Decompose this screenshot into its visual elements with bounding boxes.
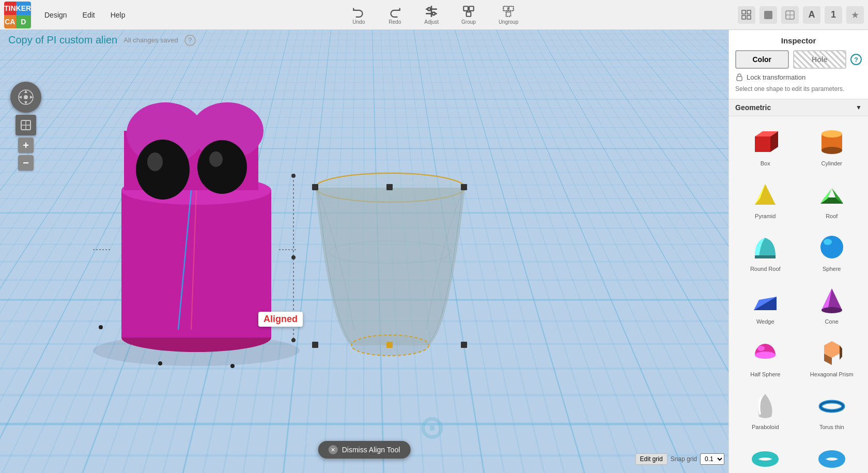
inspector-help-button[interactable]: ? (850, 54, 862, 65)
adjust-button[interactable]: Adjust (419, 3, 444, 27)
navigation-controls: + − (10, 82, 41, 171)
collapse-arrow-icon[interactable]: ▼ (856, 104, 862, 111)
svg-marker-63 (755, 136, 770, 152)
dismiss-label: Dismiss Align Tool (342, 446, 400, 454)
torus-fat-icon (815, 441, 848, 473)
snap-grid-select[interactable]: 0.1 0.5 1 (700, 453, 724, 465)
shape-paraboloid[interactable]: Paraboloid (733, 384, 798, 435)
svg-rect-6 (469, 6, 474, 11)
shape-pyramid[interactable]: Pyramid (733, 173, 798, 224)
hole-button[interactable]: Hole (793, 50, 847, 69)
ungroup-icon (502, 5, 515, 18)
zoom-in-button[interactable]: + (18, 138, 34, 153)
group-label: Group (461, 19, 476, 25)
right-panel: ‹ Inspector Color Hole ? Lock transforma… (729, 30, 868, 473)
shape-hexagonal-prism[interactable]: Hexagonal Prism (800, 331, 864, 382)
ungroup-label: Ungroup (499, 19, 518, 25)
zoom-out-button[interactable]: − (18, 155, 34, 171)
shape-label-wedge: Wedge (756, 318, 774, 325)
solid-view-icon[interactable] (760, 6, 777, 24)
lock-label: Lock transformation (747, 73, 805, 81)
geometric-label: Geometric (735, 103, 771, 112)
grid-view-icon[interactable] (738, 6, 755, 24)
svg-point-93 (829, 457, 834, 461)
inspector-type-buttons: Color Hole ? (735, 50, 862, 69)
snap-grid-label: Snap grid (671, 455, 697, 463)
edit-grid-button[interactable]: Edit grid (636, 453, 668, 465)
wireframe-view-icon[interactable] (781, 6, 799, 24)
inspector-hint: Select one shape to edit its parameters. (735, 85, 862, 93)
shape-cone[interactable]: Cone (800, 279, 864, 329)
menu-help[interactable]: Help (103, 8, 133, 22)
shape-label-hexagonal-prism: Hexagonal Prism (810, 371, 854, 377)
shape-round-roof[interactable]: Round Roof (733, 226, 798, 277)
torus-icon (749, 441, 782, 473)
svg-rect-75 (755, 255, 776, 258)
svg-point-3 (428, 8, 430, 10)
pyramid-icon (749, 178, 782, 211)
snap-grid-controls: Edit grid Snap grid 0.1 0.5 1 (636, 453, 724, 465)
svg-point-24 (24, 95, 28, 99)
shape-label-round-roof: Round Roof (750, 266, 781, 272)
title-bar: Copy of PI custom alien All changes save… (0, 30, 204, 50)
shape-label-half-sphere: Half Sphere (750, 371, 780, 377)
shape-wedge[interactable]: Wedge (733, 279, 798, 329)
torus-thin-icon (815, 389, 848, 422)
number-view-icon[interactable]: 1 (825, 6, 842, 24)
shape-box[interactable]: Box (733, 120, 798, 171)
geometric-category-header[interactable]: Geometric ▼ (729, 99, 868, 116)
project-title[interactable]: Copy of PI custom alien (8, 34, 117, 46)
canvas-area[interactable]: Copy of PI custom alien All changes save… (0, 30, 729, 473)
main-area: Copy of PI custom alien All changes save… (0, 30, 868, 473)
dismiss-align-tool-button[interactable]: ✕ Dismiss Align Tool (318, 441, 411, 459)
menu-edit[interactable]: Edit (75, 8, 102, 22)
lock-transformation-row: Lock transformation (735, 73, 862, 81)
shape-cylinder[interactable]: Cylinder (800, 120, 864, 171)
shape-roof[interactable]: Roof (800, 173, 864, 224)
cone-icon (815, 283, 848, 316)
undo-label: Undo (352, 19, 365, 25)
wedge-icon (749, 283, 782, 316)
shape-torus-thin[interactable]: Torus thin (800, 384, 864, 435)
menu-design[interactable]: Design (37, 8, 74, 22)
color-button[interactable]: Color (735, 50, 789, 69)
inspector-title: Inspector (735, 36, 862, 45)
svg-rect-5 (463, 6, 468, 11)
shape-label-paraboloid: Paraboloid (752, 424, 779, 430)
panel-toggle-button[interactable]: ‹ (729, 242, 729, 261)
group-button[interactable]: Group (456, 3, 481, 27)
shape-torus[interactable]: Torus (733, 437, 798, 473)
adjust-label: Adjust (424, 19, 439, 25)
shape-half-sphere[interactable]: Half Sphere (733, 331, 798, 382)
shape-label-cylinder: Cylinder (822, 160, 842, 166)
hexagonal-prism-icon (815, 336, 848, 369)
shape-torus-fat[interactable]: Torus fat (800, 437, 864, 473)
shape-label-pyramid: Pyramid (755, 213, 776, 219)
undo-icon (352, 5, 365, 18)
star-view-icon[interactable]: ★ (846, 6, 864, 24)
paraboloid-icon (749, 389, 782, 422)
orbit-control[interactable] (10, 82, 41, 113)
svg-rect-9 (509, 6, 514, 11)
svg-rect-12 (747, 10, 751, 14)
dismiss-x-icon: ✕ (329, 445, 338, 454)
orbit-icon (17, 88, 35, 106)
svg-rect-14 (747, 16, 751, 19)
save-status: All changes saved (123, 36, 178, 44)
shapes-grid: BoxCylinderPyramidRoofRound RoofSphereWe… (729, 116, 868, 473)
shape-label-sphere: Sphere (823, 266, 841, 272)
logo[interactable]: TIN KER CA D (4, 2, 31, 28)
help-icon[interactable]: ? (184, 35, 196, 46)
svg-rect-8 (503, 6, 508, 11)
cylinder-icon (815, 125, 848, 158)
text-view-icon[interactable]: A (803, 6, 820, 24)
ungroup-button[interactable]: Ungroup (493, 3, 523, 27)
shape-sphere[interactable]: Sphere (800, 226, 864, 277)
lock-icon (735, 73, 743, 81)
svg-point-91 (755, 454, 776, 464)
shape-label-torus-thin: Torus thin (819, 424, 844, 430)
topbar: TIN KER CA D Design Edit Help Undo Redo (0, 0, 868, 30)
redo-button[interactable]: Redo (383, 3, 407, 27)
orient-button[interactable] (16, 115, 36, 135)
undo-button[interactable]: Undo (347, 3, 370, 27)
